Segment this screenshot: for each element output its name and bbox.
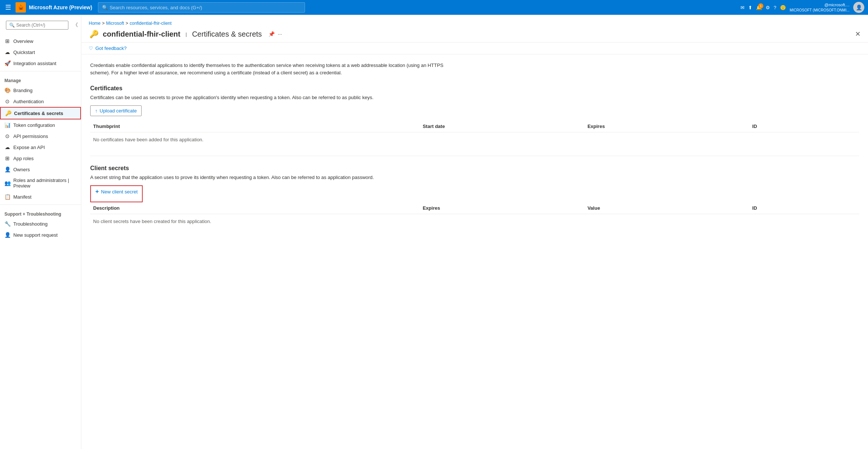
top-navigation: ☰ 🎃 Microsoft Azure (Preview) 🔍 ✉ ⬆ 🔔 1 … [0,0,868,15]
close-button[interactable]: ✕ [855,30,861,38]
client-secrets-section: Client secrets A secret string that the … [90,165,859,229]
sidebar-item-expose-api-label: Expose an API [13,145,45,150]
sidebar-item-authentication[interactable]: ⊙ Authentication [0,96,81,107]
app-roles-icon: ⊞ [4,155,10,161]
sidebar: 🔍 《 ⊞ Overview ☁ Quickstart 🚀 Integratio… [0,15,81,449]
email-icon-wrapper[interactable]: ✉ [740,5,745,10]
global-search-bar[interactable]: 🔍 [98,2,305,13]
breadcrumb-microsoft[interactable]: Microsoft [106,21,124,26]
sidebar-item-troubleshooting-label: Troubleshooting [13,221,48,227]
sidebar-search-icon: 🔍 [9,23,15,28]
brand-label: Microsoft Azure (Preview) [29,4,92,10]
sidebar-item-branding-label: Branding [13,88,33,93]
feedback-bar[interactable]: ♡ Got feedback? [81,43,868,54]
sidebar-item-overview[interactable]: ⊞ Overview [0,36,81,47]
cloud-upload-icon: ⬆ [748,5,752,10]
troubleshooting-icon: 🔧 [4,221,10,227]
pin-button[interactable]: 📌 [268,31,275,37]
sidebar-item-expose-api[interactable]: ☁ Expose an API [0,142,81,153]
sidebar-item-integration-label: Integration assistant [13,61,56,66]
cert-col-expires: Expires [584,124,749,129]
email-icon: ✉ [740,5,745,10]
gear-icon[interactable]: ⚙ [766,5,770,10]
client-secrets-title: Client secrets [90,165,859,172]
cert-col-startdate: Start date [420,124,584,129]
sidebar-search[interactable]: 🔍 [6,21,68,30]
azure-brand-icon: 🎃 [16,2,26,13]
sidebar-item-manifest[interactable]: 📋 Manifest [0,191,81,202]
feedback-heart-icon: ♡ [89,45,93,51]
certificates-icon: 🔑 [5,110,11,116]
bell-icon-wrapper[interactable]: 🔔 1 [756,5,762,10]
certificates-title: Certificates [90,85,859,92]
hamburger-menu[interactable]: ☰ [4,2,13,13]
secret-col-expires: Expires [420,205,584,211]
new-client-secret-button[interactable]: + New client secret [91,186,142,197]
sidebar-item-authentication-label: Authentication [13,99,44,104]
sidebar-item-quickstart[interactable]: ☁ Quickstart [0,47,81,58]
sidebar-item-integration-assistant[interactable]: 🚀 Integration assistant [0,58,81,69]
new-client-secret-highlight: + New client secret [90,185,143,202]
sidebar-item-roles-admins[interactable]: 👥 Roles and administrators | Preview [0,175,81,191]
support-section-label: Support + Troubleshooting [0,207,81,218]
integration-icon: 🚀 [4,60,10,66]
breadcrumb-home[interactable]: Home [89,21,101,26]
new-client-secret-label: New client secret [101,189,138,195]
more-button[interactable]: ··· [278,31,282,37]
sidebar-item-owners[interactable]: 👤 Owners [0,164,81,175]
upload-icon: ↑ [95,108,98,114]
notification-badge: 1 [758,3,763,9]
sidebar-item-app-roles-label: App roles [13,156,34,161]
certificates-table-header: Thumbprint Start date Expires ID [90,121,859,132]
sidebar-divider-2 [0,205,81,205]
sidebar-item-overview-label: Overview [13,38,33,44]
expose-api-icon: ☁ [4,144,10,150]
sidebar-item-certificates-secrets[interactable]: 🔑 Certificates & secrets [0,107,81,119]
sidebar-item-troubleshooting[interactable]: 🔧 Troubleshooting [0,218,81,229]
user-tenant: MICROSOFT (MICROSOFT.ONMI... [790,8,850,13]
sidebar-collapse-btn[interactable]: 《 [73,22,78,28]
quickstart-icon: ☁ [4,49,10,55]
sidebar-item-owners-label: Owners [13,167,30,172]
secrets-table-header: Description Expires Value ID [90,202,859,214]
page-title-divider: | [186,31,187,37]
client-secrets-description: A secret string that the application use… [90,175,423,180]
sidebar-item-new-support[interactable]: 👤 New support request [0,229,81,240]
sidebar-item-token-configuration[interactable]: 📊 Token configuration [0,119,81,131]
sidebar-search-input[interactable] [16,23,65,28]
help-icon[interactable]: ? [774,5,776,10]
breadcrumb: Home > Microsoft > confidential-fhir-cli… [89,21,861,26]
sidebar-item-roles-label: Roles and administrators | Preview [13,178,77,189]
search-input[interactable] [109,5,301,10]
upload-certificate-label: Upload certificate [100,108,137,114]
certificates-description: Certificates can be used as secrets to p… [90,95,423,100]
sidebar-item-app-roles[interactable]: ⊞ App roles [0,153,81,164]
overview-icon: ⊞ [4,38,10,44]
upload-icon-wrapper[interactable]: ⬆ [748,5,752,10]
sidebar-item-token-label: Token configuration [13,122,55,128]
manifest-icon: 📋 [4,194,10,200]
certificates-table: Thumbprint Start date Expires ID No cert… [90,121,859,147]
smiley-icon[interactable]: 🙂 [780,5,786,10]
upload-certificate-button[interactable]: ↑ Upload certificate [90,105,142,116]
user-avatar[interactable]: 👤 [853,2,864,13]
certificates-empty-message: No certificates have been added for this… [90,132,859,147]
breadcrumb-sep2: > [126,21,128,26]
sidebar-item-manifest-label: Manifest [13,194,31,200]
breadcrumb-app[interactable]: confidential-fhir-client [130,21,172,26]
secret-col-value: Value [584,205,749,211]
search-icon: 🔍 [102,5,108,10]
sidebar-item-branding[interactable]: 🎨 Branding [0,85,81,96]
sidebar-item-api-label: API permissions [13,134,48,139]
cert-col-thumbprint: Thumbprint [90,124,420,129]
page-app-name: confidential-fhir-client [103,30,180,38]
page-title-icon: 🔑 [89,29,99,39]
api-permissions-icon: ⊙ [4,133,10,139]
new-support-icon: 👤 [4,232,10,238]
sidebar-item-certificates-label: Certificates & secrets [14,111,63,116]
new-secret-plus-icon: + [95,188,99,195]
secrets-empty-message: No client secrets have been created for … [90,214,859,229]
token-icon: 📊 [4,122,10,128]
sidebar-item-api-permissions[interactable]: ⊙ API permissions [0,131,81,142]
content-area: Home > Microsoft > confidential-fhir-cli… [81,15,868,449]
